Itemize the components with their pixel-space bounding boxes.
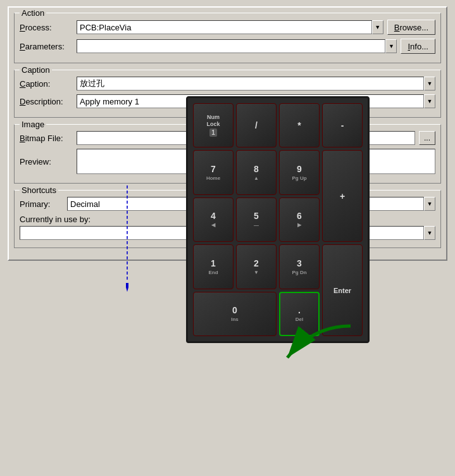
in-use-dropdown-2[interactable]: ▼ (424, 226, 435, 240)
numkey-8[interactable]: 8 ▲ (236, 150, 277, 194)
parameters-label: Parameters: (20, 42, 77, 51)
numkey-dot[interactable]: . Del (279, 292, 320, 336)
numkey-1[interactable]: 1 End (193, 244, 234, 289)
numkey-plus[interactable]: + (322, 150, 363, 242)
parameters-input[interactable] (77, 39, 385, 53)
process-label: Process: (20, 23, 77, 32)
primary-input[interactable] (67, 197, 191, 211)
caption-group-label: Caption (20, 65, 52, 75)
process-select-wrapper: PCB:PlaceVia ▼ (77, 20, 383, 34)
caption-select-wrapper: 放过孔 ▼ (77, 77, 435, 91)
info-button[interactable]: Info... (401, 39, 435, 54)
parameters-dropdown-btn[interactable]: ▼ (385, 39, 397, 53)
svg-marker-1 (126, 283, 128, 292)
image-group-label: Image (20, 120, 46, 129)
caption-input[interactable]: 放过孔 (77, 77, 424, 91)
process-dropdown-btn[interactable]: ▼ (372, 20, 383, 34)
numkey-asterisk[interactable]: * (279, 103, 320, 147)
numkey-3[interactable]: 3 Pg Dn (279, 244, 320, 289)
description-dropdown-btn[interactable]: ▼ (424, 94, 435, 108)
bitmap-browse-button[interactable]: ... (419, 131, 435, 145)
numkey-4[interactable]: 4 ◀ (193, 197, 234, 242)
numkey-numlock[interactable]: NumLock1 (193, 103, 234, 147)
caption-label: Caption: (20, 79, 77, 89)
numkey-minus[interactable]: - (322, 103, 363, 147)
numpad-overlay: NumLock1 / * - 7 Home 8 ▲ 9 Pg Up + 4 (186, 96, 370, 343)
numkey-7[interactable]: 7 Home (193, 150, 234, 194)
browse-button[interactable]: Browse... (387, 20, 435, 35)
preview-label: Preview: (20, 157, 77, 166)
alternative-dropdown-btn[interactable]: ▼ (424, 197, 435, 211)
primary-label: Primary: (20, 199, 67, 209)
in-use-input-1[interactable] (20, 226, 210, 240)
description-label: Description: (20, 97, 77, 106)
numkey-enter[interactable]: Enter (322, 244, 363, 336)
action-group-label: Action (20, 8, 46, 18)
dialog: Action Process: PCB:PlaceVia ▼ Browse...… (8, 6, 447, 261)
bitmap-label: Bitmap File: (20, 134, 77, 143)
shortcuts-group-label: Shortcuts (20, 185, 58, 195)
numkey-slash[interactable]: / (236, 103, 277, 147)
parameters-select-wrapper: ▼ (77, 39, 397, 53)
caption-dropdown-btn[interactable]: ▼ (424, 77, 435, 91)
numkey-9[interactable]: 9 Pg Up (279, 150, 320, 194)
primary-select-wrapper: ▼ (67, 197, 203, 211)
numkey-6[interactable]: 6 ▶ (279, 197, 320, 242)
process-input[interactable]: PCB:PlaceVia (77, 20, 372, 34)
numkey-5[interactable]: 5 — (236, 197, 277, 242)
action-group: Action Process: PCB:PlaceVia ▼ Browse...… (14, 13, 441, 63)
numkey-0[interactable]: 0 Ins (193, 292, 277, 336)
numkey-2[interactable]: 2 ▼ (236, 244, 277, 289)
